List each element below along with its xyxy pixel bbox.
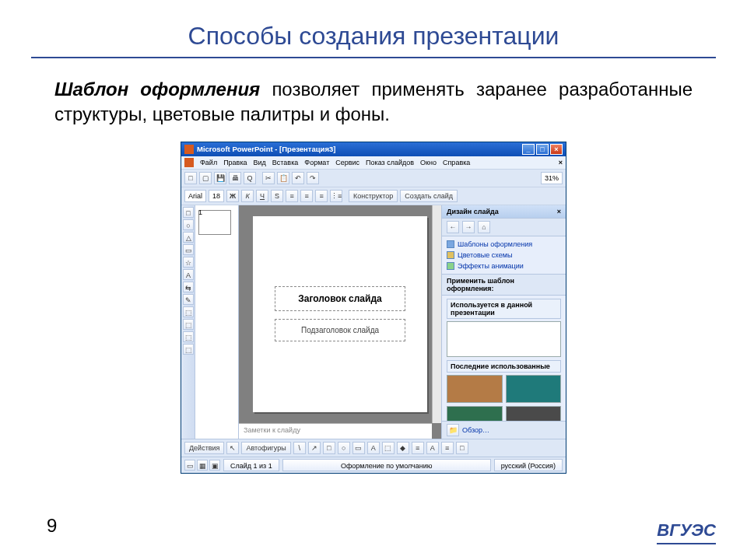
link-color-schemes[interactable]: Цветовые схемы xyxy=(447,250,561,261)
link-animation-effects[interactable]: Эффекты анимации xyxy=(447,261,561,271)
align-right-icon[interactable]: ≡ xyxy=(315,190,328,202)
template-thumb[interactable] xyxy=(506,375,562,403)
browse-templates-link[interactable]: 📁 Обзор… xyxy=(442,421,566,439)
animation-icon xyxy=(447,262,454,270)
close-button[interactable]: × xyxy=(550,144,563,155)
browse-label: Обзор… xyxy=(462,426,489,434)
slide-thumbs-pane[interactable]: 1 xyxy=(195,205,239,439)
title-placeholder[interactable]: Заголовок слайда xyxy=(275,286,405,311)
tp-back-icon[interactable]: ← xyxy=(447,221,459,233)
slide-editor[interactable]: Заголовок слайда Подзаголовок слайда Зам… xyxy=(239,205,441,439)
arrow-icon[interactable]: ↗ xyxy=(308,442,321,454)
link-design-templates[interactable]: Шаблоны оформления xyxy=(447,239,561,250)
rail-icon[interactable]: △ xyxy=(183,232,194,243)
cut-icon[interactable]: ✂ xyxy=(262,172,275,184)
menu-format[interactable]: Формат xyxy=(304,159,329,166)
window-titlebar[interactable]: Microsoft PowerPoint - [Презентация3] _ … xyxy=(181,142,566,156)
powerpoint-window: Microsoft PowerPoint - [Презентация3] _ … xyxy=(181,142,566,474)
rail-icon[interactable]: ⬚ xyxy=(183,331,194,342)
save-icon[interactable]: 💾 xyxy=(214,172,226,184)
font-name-combo[interactable]: Arial xyxy=(184,190,206,202)
wordart-icon[interactable]: A xyxy=(367,442,380,454)
new-icon[interactable]: □ xyxy=(184,172,197,184)
design-constructor-button[interactable]: Конструктор xyxy=(349,190,398,202)
fill-color-icon[interactable]: ◆ xyxy=(397,442,409,454)
tp-fwd-icon[interactable]: → xyxy=(462,221,475,233)
menubar: Файл Правка Вид Вставка Формат Сервис По… xyxy=(181,156,566,170)
rail-icon[interactable]: □ xyxy=(183,207,194,218)
menu-slideshow[interactable]: Показ слайдов xyxy=(366,159,414,166)
undo-icon[interactable]: ↶ xyxy=(292,172,304,184)
rail-icon[interactable]: ○ xyxy=(183,219,194,230)
menu-file[interactable]: Файл xyxy=(200,159,217,166)
bold-button[interactable]: Ж xyxy=(226,190,239,202)
menu-insert[interactable]: Вставка xyxy=(272,159,298,166)
slide-body: Шаблон оформления позволяет применять за… xyxy=(54,77,693,128)
actions-menu[interactable]: Действия xyxy=(184,442,224,454)
menu-help[interactable]: Справка xyxy=(443,159,470,166)
autoshapes-menu[interactable]: Автофигуры xyxy=(241,442,290,454)
task-pane-close-icon[interactable]: × xyxy=(557,208,561,215)
font-color-icon[interactable]: A xyxy=(426,442,439,454)
rail-icon[interactable]: A xyxy=(183,269,194,280)
line-icon[interactable]: \ xyxy=(293,442,306,454)
line-style-icon[interactable]: ≡ xyxy=(441,442,454,454)
new-slide-button[interactable]: Создать слайд xyxy=(400,190,458,202)
redo-icon[interactable]: ↷ xyxy=(307,172,319,184)
spell-icon[interactable]: Q xyxy=(244,172,256,184)
rail-icon[interactable]: ⬚ xyxy=(183,319,194,330)
rectangle-icon[interactable]: □ xyxy=(323,442,335,454)
align-left-icon[interactable]: ≡ xyxy=(286,190,298,202)
oval-icon[interactable]: ○ xyxy=(338,442,350,454)
bullets-icon[interactable]: ⋮≡ xyxy=(330,190,342,202)
select-icon[interactable]: ↖ xyxy=(226,442,239,454)
underline-button[interactable]: Ч xyxy=(256,190,268,202)
task-pane: Дизайн слайда × ← → ⌂ Шаблоны оформления… xyxy=(441,205,566,439)
shadow-button[interactable]: S xyxy=(271,190,283,202)
page-number: 9 xyxy=(47,515,57,537)
used-in-presentation-label: Используется в данной презентации xyxy=(447,299,561,319)
rail-icon[interactable]: ☆ xyxy=(183,257,194,268)
link-label: Цветовые схемы xyxy=(458,251,512,259)
slide-canvas[interactable]: Заголовок слайда Подзаголовок слайда xyxy=(253,216,427,412)
normal-view-icon[interactable]: ▭ xyxy=(184,460,195,471)
rail-icon[interactable]: ▭ xyxy=(183,244,194,255)
open-icon[interactable]: ▢ xyxy=(199,172,212,184)
slide-thumbnail[interactable] xyxy=(198,210,231,235)
clipart-icon[interactable]: ⬚ xyxy=(382,442,395,454)
textbox-icon[interactable]: ▭ xyxy=(352,442,365,454)
tp-home-icon[interactable]: ⌂ xyxy=(478,221,490,233)
sorter-view-icon[interactable]: ▦ xyxy=(197,460,208,471)
shadow-style-icon[interactable]: □ xyxy=(456,442,468,454)
print-icon[interactable]: 🖶 xyxy=(229,172,241,184)
mdi-close-button[interactable]: × xyxy=(559,159,563,166)
task-pane-header[interactable]: Дизайн слайда × xyxy=(442,205,566,219)
link-label: Эффекты анимации xyxy=(458,262,524,270)
rail-icon[interactable]: ⇆ xyxy=(183,282,194,292)
rail-icon[interactable]: ⬚ xyxy=(183,344,194,355)
rail-icon[interactable]: ⬚ xyxy=(183,306,194,317)
notes-placeholder[interactable]: Заметки к слайду xyxy=(239,423,432,439)
line-color-icon[interactable]: ≡ xyxy=(412,442,424,454)
minimize-button[interactable]: _ xyxy=(522,144,535,155)
template-thumb[interactable] xyxy=(506,406,562,421)
status-language: русский (Россия) xyxy=(494,459,563,471)
align-center-icon[interactable]: ≡ xyxy=(300,190,313,202)
menu-window[interactable]: Окно xyxy=(420,159,437,166)
slideshow-view-icon[interactable]: ▣ xyxy=(209,460,220,471)
template-thumb[interactable] xyxy=(447,375,503,403)
menu-edit[interactable]: Правка xyxy=(223,159,247,166)
template-thumb[interactable] xyxy=(447,406,503,421)
document-icon[interactable] xyxy=(184,158,194,167)
maximize-button[interactable]: □ xyxy=(536,144,549,155)
vertical-scrollbar[interactable] xyxy=(432,205,441,423)
font-size-combo[interactable]: 18 xyxy=(209,190,224,202)
subtitle-placeholder[interactable]: Подзаголовок слайда xyxy=(275,319,405,341)
italic-button[interactable]: К xyxy=(241,190,254,202)
rail-icon[interactable]: ✎ xyxy=(183,294,194,305)
menu-tools[interactable]: Сервис xyxy=(335,159,359,166)
template-thumb-current[interactable] xyxy=(447,321,561,357)
paste-icon[interactable]: 📋 xyxy=(277,172,289,184)
zoom-combo[interactable]: 31% xyxy=(541,172,563,184)
menu-view[interactable]: Вид xyxy=(254,159,266,166)
